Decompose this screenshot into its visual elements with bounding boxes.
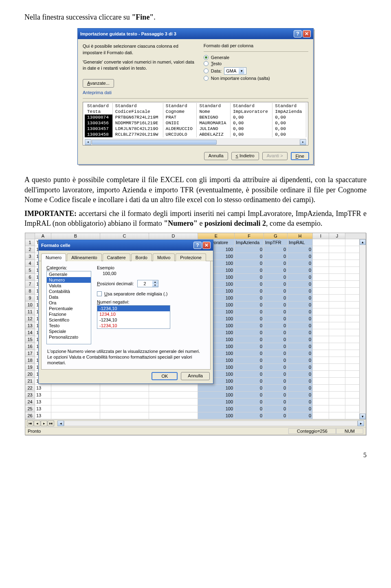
list-item[interactable]: Generale [47,271,91,277]
row-header[interactable]: 2 [25,246,35,253]
cell[interactable]: 0 [235,302,264,308]
radio-general[interactable]: Generale [204,55,308,60]
list-item[interactable]: -1234,10 [97,323,170,328]
cell[interactable] [313,378,329,384]
ok-button[interactable]: OK [152,372,178,380]
cell[interactable] [313,288,329,294]
cell[interactable] [313,357,329,363]
cell[interactable] [329,267,345,273]
cell[interactable]: 0 [264,308,288,315]
cell[interactable]: 0 [264,364,288,370]
row-header[interactable]: 24 [25,399,35,405]
help-button[interactable]: ? [193,242,202,249]
decimals-input[interactable] [138,281,152,286]
radio-text[interactable]: Testo [204,61,308,66]
cell[interactable] [329,239,345,246]
row-header[interactable]: 15 [25,336,35,343]
scroll-left-icon[interactable]: ◂ [57,421,64,426]
cell[interactable] [329,343,345,350]
column-header[interactable]: B [51,233,100,239]
cell[interactable]: 0 [288,308,313,315]
cell[interactable]: 0 [264,274,288,280]
row-header[interactable]: 9 [25,295,35,302]
cell[interactable]: 13 [35,392,51,398]
cell[interactable] [313,392,329,398]
spin-up-icon[interactable]: ▴ [152,280,158,284]
cell[interactable]: 0 [235,336,264,343]
cell[interactable]: 0 [288,371,313,377]
cell[interactable] [51,392,100,398]
radio-date[interactable]: Data: GMA ▾ [204,67,308,75]
cell[interactable]: ImpTFR [264,239,288,246]
cell[interactable] [313,329,329,336]
list-item[interactable]: Numero [47,277,91,283]
row-header[interactable]: 3 [25,253,35,260]
close-button[interactable]: ✕ [303,30,311,37]
cell[interactable] [313,302,329,308]
cell[interactable]: 13 [35,399,51,405]
scroll-up-icon[interactable]: ▴ [360,239,366,245]
cell[interactable]: 0 [264,412,288,419]
cell[interactable] [329,260,345,266]
cell[interactable]: 0 [235,405,264,412]
cell[interactable] [149,385,198,391]
v-scrollbar[interactable]: ▴ ▾ [359,239,366,419]
last-sheet-icon[interactable]: ⏭ [48,421,54,426]
cell[interactable]: 0 [288,274,313,280]
tab-allineamento[interactable]: Allineamento [67,253,102,261]
cell[interactable]: 0 [288,322,313,329]
cell[interactable] [313,274,329,280]
cell[interactable]: 0 [288,246,313,253]
list-item[interactable]: -1234,10 [97,306,170,311]
cell[interactable]: 0 [288,302,313,308]
advanced-button[interactable]: Avanzate... [83,79,114,88]
cell[interactable]: 0 [235,392,264,398]
cell[interactable] [51,399,100,405]
cell[interactable]: 0 [264,246,288,253]
list-item[interactable]: Speciale [47,328,91,334]
column-header[interactable]: E [198,233,235,239]
tab-carattere[interactable]: Carattere [103,253,130,261]
cell[interactable]: 0 [288,315,313,322]
list-item[interactable]: -1234,10 [97,317,170,323]
cell[interactable]: 0 [235,315,264,322]
cell[interactable]: 100 [198,385,235,391]
column-header[interactable]: C [100,233,149,239]
cell[interactable] [313,308,329,315]
cell[interactable]: 13 [35,412,51,419]
cell[interactable] [329,302,345,308]
cell[interactable] [313,295,329,301]
select-all-corner[interactable] [25,233,35,239]
negative-numbers-list[interactable]: -1234,101234,10-1234,10-1234,10 [97,305,170,329]
cell[interactable]: 0 [235,412,264,419]
cell[interactable]: 0 [264,357,288,363]
cell[interactable]: 0 [235,399,264,405]
cell[interactable]: 0 [288,412,313,419]
list-item[interactable]: Testo [47,323,91,328]
cell[interactable]: 0 [288,329,313,336]
cell[interactable]: 0 [235,260,264,266]
cell[interactable] [313,246,329,253]
list-item[interactable]: Contabilità [47,288,91,294]
cell[interactable]: 100 [198,392,235,398]
cell[interactable] [329,350,345,357]
cell[interactable] [329,322,345,329]
cell[interactable] [313,350,329,357]
cell[interactable]: 0 [235,295,264,301]
cell[interactable]: 0 [288,405,313,412]
tab-numero[interactable]: Numero [41,253,66,261]
first-sheet-icon[interactable]: ⏮ [27,421,33,426]
cell[interactable]: 0 [264,385,288,391]
row-header[interactable]: 20 [25,371,35,378]
cell[interactable] [329,364,345,370]
cell[interactable]: 0 [288,364,313,370]
spin-down-icon[interactable]: ▾ [152,284,158,287]
cell[interactable] [100,399,149,405]
cell[interactable]: 0 [264,288,288,294]
row-header[interactable]: 5 [25,267,35,274]
cell[interactable] [313,399,329,405]
cell[interactable]: 0 [235,371,264,377]
cell[interactable]: 0 [235,343,264,350]
cell[interactable] [329,385,345,391]
cell[interactable] [149,392,198,398]
